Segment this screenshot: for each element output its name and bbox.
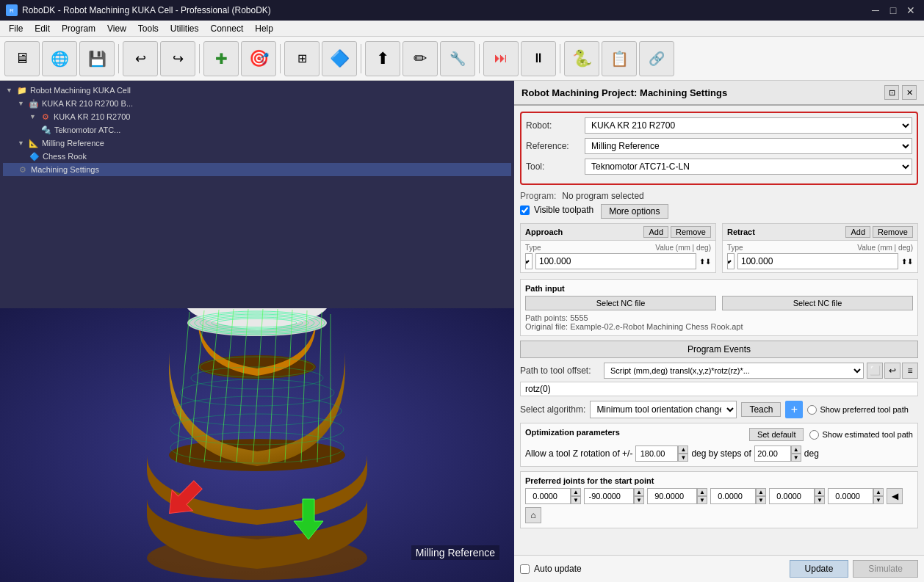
robot-select[interactable]: KUKA KR 210 R2700: [585, 117, 912, 134]
retract-type-select[interactable]: Normal (N): [727, 253, 734, 269]
menu-help[interactable]: Help: [249, 21, 279, 37]
toolbar-btn-python[interactable]: 🐍: [564, 41, 599, 76]
toolbar-btn-select[interactable]: ⬆: [365, 41, 400, 76]
visible-toolpath-checkbox[interactable]: [520, 205, 530, 215]
approach-remove-btn[interactable]: Remove: [671, 226, 711, 238]
approach-add-btn[interactable]: Add: [643, 226, 668, 238]
joint-5-down[interactable]: ▼: [815, 496, 825, 504]
approach-value-input[interactable]: [535, 253, 696, 269]
menu-edit[interactable]: Edit: [29, 21, 56, 37]
menu-view[interactable]: View: [101, 21, 132, 37]
tree-teknomotor[interactable]: 🔩 Teknomotor ATC...: [3, 123, 511, 137]
select-nc-file-btn-1[interactable]: Select NC file: [525, 296, 716, 310]
milling-ref-expand[interactable]: ▼: [18, 139, 24, 147]
kuka-robot-expand[interactable]: ▼: [29, 113, 36, 120]
joint-5-up[interactable]: ▲: [815, 488, 825, 496]
joint-3-up[interactable]: ▲: [697, 488, 707, 496]
tree-chess-rook[interactable]: 🔷 Chess Rook: [3, 150, 511, 163]
menu-utilities[interactable]: Utilities: [165, 21, 205, 37]
joint-3-down[interactable]: ▼: [697, 496, 707, 504]
joint-6-down[interactable]: ▼: [873, 496, 884, 504]
tree-milling-ref[interactable]: ▼ 📐 Milling Reference: [3, 137, 511, 150]
add-algorithm-button[interactable]: +: [785, 401, 803, 418]
retract-value-input[interactable]: [737, 253, 898, 269]
joint-5-input[interactable]: [769, 488, 815, 504]
path-tool-list-btn[interactable]: ≡: [902, 363, 918, 379]
kuka-base-expand[interactable]: ▼: [18, 100, 24, 107]
joints-back-btn[interactable]: ◀: [887, 488, 903, 504]
root-expand-arrow[interactable]: ▼: [6, 87, 12, 94]
joints-home-btn[interactable]: ⌂: [525, 507, 541, 523]
joint-4-up[interactable]: ▲: [756, 488, 766, 496]
joint-2-input[interactable]: [584, 488, 634, 504]
retract-col-headers: Type Value (mm | deg): [727, 244, 913, 252]
minimize-button[interactable]: ─: [868, 3, 883, 18]
show-estimated-radio[interactable]: [809, 430, 819, 440]
path-tool-copy-btn[interactable]: ⬜: [867, 363, 883, 379]
tool-select[interactable]: Teknomotor ATC71-C-LN: [585, 159, 912, 175]
joint-6-up[interactable]: ▲: [873, 488, 884, 496]
simulate-button[interactable]: Simulate: [853, 560, 918, 578]
toolbar-btn-add[interactable]: ✚: [203, 41, 239, 76]
rot-down-btn[interactable]: ▼: [678, 454, 688, 462]
toolbar-btn-play[interactable]: ⏭: [483, 41, 519, 76]
algorithm-select[interactable]: Minimum tool orientation change: [590, 401, 737, 418]
toolbar-btn-expand[interactable]: ⊞: [284, 41, 320, 76]
menu-connect[interactable]: Connect: [205, 21, 250, 37]
tree-root[interactable]: ▼ 📁 Robot Machining KUKA Cell: [3, 84, 511, 97]
maximize-button[interactable]: □: [886, 3, 900, 18]
toolbar-btn-monitor[interactable]: 🖥: [4, 41, 40, 76]
window-title: RoboDK - Robot Machining KUKA Cell - Pro…: [22, 5, 271, 15]
joint-3-input[interactable]: [647, 488, 697, 504]
tree-kuka-robot[interactable]: ▼ ⚙ KUKA KR 210 R2700: [3, 110, 511, 123]
reference-select[interactable]: Milling Reference: [585, 138, 912, 154]
joint-1-input[interactable]: [525, 488, 571, 504]
auto-update-checkbox[interactable]: [520, 564, 530, 574]
toolbar-btn-undo[interactable]: ↩: [123, 41, 158, 76]
steps-value-input[interactable]: [754, 445, 791, 462]
steps-up-btn[interactable]: ▲: [791, 445, 801, 454]
select-nc-file-btn-2[interactable]: Select NC file: [722, 296, 913, 310]
steps-down-btn[interactable]: ▼: [791, 454, 801, 462]
approach-type-select[interactable]: Normal (N): [525, 253, 533, 269]
toolbar-btn-target[interactable]: 🎯: [241, 41, 276, 76]
retract-add-btn[interactable]: Add: [845, 226, 870, 238]
program-events-button[interactable]: Program Events: [520, 341, 918, 358]
show-preferred-radio[interactable]: [807, 405, 817, 415]
toolbar-btn-cube[interactable]: 🔷: [322, 41, 357, 76]
toolbar-btn-redo[interactable]: ↪: [160, 41, 195, 76]
rot-value-input[interactable]: [635, 445, 678, 462]
tree-kuka-base[interactable]: ▼ 🤖 KUKA KR 210 R2700 B...: [3, 97, 511, 110]
panel-restore-btn[interactable]: ⊡: [884, 85, 899, 100]
panel-close-btn[interactable]: ✕: [902, 85, 917, 100]
toolbar-btn-pencil[interactable]: ✏: [403, 41, 438, 76]
retract-remove-btn[interactable]: Remove: [873, 226, 913, 238]
close-button[interactable]: ✕: [903, 3, 918, 18]
toolbar-btn-wrench[interactable]: 🔧: [440, 41, 475, 76]
tree-machining-settings[interactable]: ⚙ Machining Settings: [3, 163, 511, 176]
rot-up-btn[interactable]: ▲: [678, 445, 688, 454]
toolbar-btn-link[interactable]: 🔗: [639, 41, 674, 76]
joint-2-down[interactable]: ▼: [634, 496, 644, 504]
joints-section: Preferred joints for the start point ▲ ▼…: [520, 471, 918, 528]
toolbar-btn-world[interactable]: 🌐: [42, 41, 77, 76]
path-tool-paste-btn[interactable]: ↩: [884, 363, 900, 379]
menu-program[interactable]: Program: [56, 21, 101, 37]
joint-6-input[interactable]: [828, 488, 873, 504]
joint-2-up[interactable]: ▲: [634, 488, 644, 496]
joint-1-down[interactable]: ▼: [571, 496, 581, 504]
joint-4-down[interactable]: ▼: [756, 496, 766, 504]
more-options-button[interactable]: More options: [601, 204, 668, 219]
toolbar-btn-save[interactable]: 💾: [79, 41, 115, 76]
joints-header: Preferred joints for the start point: [525, 476, 913, 485]
teach-button[interactable]: Teach: [741, 402, 781, 417]
toolbar-btn-clipboard[interactable]: 📋: [602, 41, 637, 76]
path-tool-select[interactable]: Script (mm,deg) transl(x,y,z)*rotz(rz)*.…: [604, 363, 864, 379]
toolbar-btn-pause[interactable]: ⏸: [521, 41, 556, 76]
joint-1-up[interactable]: ▲: [571, 488, 581, 496]
joint-4-input[interactable]: [710, 488, 756, 504]
menu-file[interactable]: File: [3, 21, 29, 37]
update-button[interactable]: Update: [790, 560, 849, 578]
menu-tools[interactable]: Tools: [132, 21, 165, 37]
set-default-button[interactable]: Set default: [749, 428, 804, 441]
